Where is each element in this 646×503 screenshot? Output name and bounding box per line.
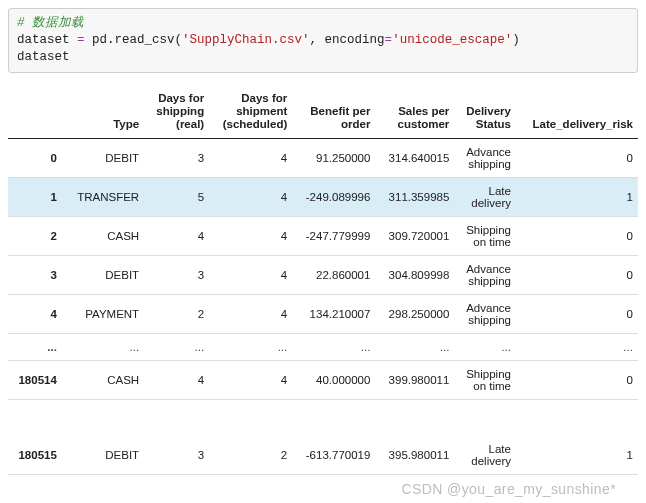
cell: Advanceshipping — [455, 139, 517, 178]
cell: Shippingon time — [455, 217, 517, 256]
cell: -249.089996 — [293, 178, 376, 217]
col-header: Benefit perorder — [293, 85, 376, 139]
cell: 40.000000 — [293, 361, 376, 400]
ellipsis-cell: ... — [455, 334, 517, 361]
cell: DEBIT — [65, 256, 145, 295]
table-row: 1TRANSFER54-249.089996311.359985Latedeli… — [8, 178, 638, 217]
row-index: 3 — [8, 256, 65, 295]
watermark-text: CSDN @you_are_my_sunshine* — [402, 481, 617, 483]
row-index: 180514 — [8, 361, 65, 400]
table-row: 4PAYMENT24134.210007298.250000Advanceshi… — [8, 295, 638, 334]
col-header: Sales percustomer — [376, 85, 455, 139]
cell: 3 — [145, 256, 210, 295]
cell: DEBIT — [65, 139, 145, 178]
cell: CASH — [65, 361, 145, 400]
cell: 1 — [517, 178, 638, 217]
col-header: Late_delivery_risk — [517, 85, 638, 139]
ellipsis-cell: ... — [517, 334, 638, 361]
cell: 4 — [210, 139, 293, 178]
code-token: dataset — [17, 33, 77, 47]
cell: 0 — [517, 217, 638, 256]
cell: Shippingon time — [455, 361, 517, 400]
code-token: = — [77, 33, 85, 47]
table-body: 0DEBIT3491.250000314.640015Advanceshippi… — [8, 139, 638, 475]
cell: 4 — [145, 217, 210, 256]
cell: 304.809998 — [376, 256, 455, 295]
ellipsis-cell: ... — [8, 334, 65, 361]
cell: 91.250000 — [293, 139, 376, 178]
cell: 399.980011 — [376, 361, 455, 400]
table-row: 2CASH44-247.779999309.720001Shippingon t… — [8, 217, 638, 256]
ellipsis-cell: ... — [293, 334, 376, 361]
row-index: 1 — [8, 178, 65, 217]
cell: PAYMENT — [65, 295, 145, 334]
cell: Latedelivery — [455, 436, 517, 475]
cell: CASH — [65, 217, 145, 256]
cell: DEBIT — [65, 436, 145, 475]
cell: 395.980011 — [376, 436, 455, 475]
code-token: dataset — [17, 50, 70, 64]
row-index: 4 — [8, 295, 65, 334]
cell: -613.770019 — [293, 436, 376, 475]
cell: 0 — [517, 139, 638, 178]
code-comment: # 数据加载 — [17, 16, 84, 30]
row-index: 0 — [8, 139, 65, 178]
ellipsis-cell: ... — [210, 334, 293, 361]
table-row: 180515DEBIT32-613.770019395.980011Latede… — [8, 436, 638, 475]
ellipsis-cell: ... — [65, 334, 145, 361]
cell: -247.779999 — [293, 217, 376, 256]
cell: 2 — [210, 436, 293, 475]
cell: Advanceshipping — [455, 256, 517, 295]
cell: 298.250000 — [376, 295, 455, 334]
col-header: Days forshipping(real) — [145, 85, 210, 139]
cell: 4 — [210, 256, 293, 295]
cell: 4 — [210, 295, 293, 334]
cell: 2 — [145, 295, 210, 334]
code-token: = — [385, 33, 393, 47]
table-row: 3DEBIT3422.860001304.809998Advanceshippi… — [8, 256, 638, 295]
cell: 3 — [145, 436, 210, 475]
cell: 4 — [210, 217, 293, 256]
cell: 309.720001 — [376, 217, 455, 256]
table-row: 180514CASH4440.000000399.980011Shippingo… — [8, 361, 638, 400]
col-header: Days forshipment(scheduled) — [210, 85, 293, 139]
code-token: 'unicode_escape' — [392, 33, 512, 47]
row-index: 2 — [8, 217, 65, 256]
cell: 134.210007 — [293, 295, 376, 334]
code-token: ) — [512, 33, 520, 47]
cell: 5 — [145, 178, 210, 217]
spacer-row — [8, 400, 638, 437]
cell: 4 — [210, 178, 293, 217]
table-row: 0DEBIT3491.250000314.640015Advanceshippi… — [8, 139, 638, 178]
cell: 4 — [210, 361, 293, 400]
cell: 22.860001 — [293, 256, 376, 295]
cell: 0 — [517, 361, 638, 400]
table-head: TypeDays forshipping(real)Days forshipme… — [8, 85, 638, 139]
cell: Latedelivery — [455, 178, 517, 217]
ellipsis-cell: ... — [376, 334, 455, 361]
dataframe-table: TypeDays forshipping(real)Days forshipme… — [8, 85, 638, 476]
cell: 0 — [517, 295, 638, 334]
col-header: DeliveryStatus — [455, 85, 517, 139]
code-token: pd.read_csv( — [85, 33, 183, 47]
cell: Advanceshipping — [455, 295, 517, 334]
index-header — [8, 85, 65, 139]
code-token: 'SupplyChain.csv' — [182, 33, 310, 47]
output-area: TypeDays forshipping(real)Days forshipme… — [8, 85, 638, 476]
code-token: , encoding — [310, 33, 385, 47]
ellipsis-row: ........................... — [8, 334, 638, 361]
ellipsis-cell: ... — [145, 334, 210, 361]
row-index: 180515 — [8, 436, 65, 475]
cell: 0 — [517, 256, 638, 295]
cell: 311.359985 — [376, 178, 455, 217]
cell: 3 — [145, 139, 210, 178]
cell: TRANSFER — [65, 178, 145, 217]
cell: 314.640015 — [376, 139, 455, 178]
col-header: Type — [65, 85, 145, 139]
cell: 4 — [145, 361, 210, 400]
cell: 1 — [517, 436, 638, 475]
code-cell: # 数据加载 dataset = pd.read_csv('SupplyChai… — [8, 8, 638, 73]
